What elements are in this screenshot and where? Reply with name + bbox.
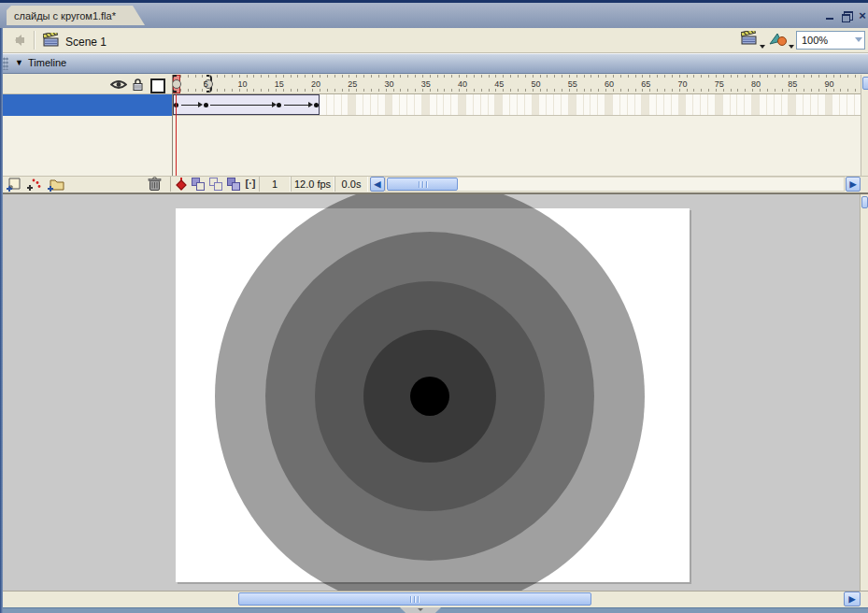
center-frame-button[interactable]: [176, 177, 187, 192]
frame-cell[interactable]: [775, 94, 782, 115]
insert-layer-folder-button[interactable]: [47, 177, 64, 192]
frame-cell[interactable]: [363, 94, 371, 115]
edit-multiple-frames-button[interactable]: [226, 177, 242, 192]
timeline-vertical-scrollbar[interactable]: [861, 75, 868, 176]
insert-layer-button[interactable]: [6, 177, 22, 192]
onion-skin-outlines-button[interactable]: [208, 177, 224, 192]
frame-cell[interactable]: [525, 94, 533, 115]
frame-cell[interactable]: [693, 94, 701, 115]
frame-ruler[interactable]: 51015202530354045505560657075808590: [173, 75, 861, 94]
frame-cell[interactable]: [657, 94, 664, 115]
frame-cell[interactable]: [635, 94, 643, 115]
frame-cell[interactable]: [518, 94, 525, 115]
frame-cell[interactable]: [804, 94, 811, 115]
frame-cell[interactable]: [554, 94, 562, 115]
stage-scroll-right-button[interactable]: ▶: [844, 592, 861, 606]
onion-skin-button[interactable]: [191, 177, 206, 192]
frame-cell[interactable]: [687, 94, 694, 115]
timeline-scroll-right-button[interactable]: ▶: [846, 177, 861, 192]
frame-cell[interactable]: [481, 94, 489, 115]
frame-cell[interactable]: [415, 94, 422, 115]
frame-cell[interactable]: [826, 94, 833, 115]
frame-cell[interactable]: [569, 94, 576, 115]
frame-cell[interactable]: [466, 94, 474, 115]
frame-cell[interactable]: [386, 94, 393, 115]
timeline-collapse-icon[interactable]: ▼: [15, 58, 23, 67]
zoom-dropdown-icon[interactable]: [855, 37, 862, 46]
frame-cell[interactable]: [789, 94, 796, 115]
stage-hscroll-thumb[interactable]: [238, 592, 591, 606]
frame-cell[interactable]: [833, 94, 841, 115]
frame-cell[interactable]: [562, 94, 569, 115]
frame-cell[interactable]: [613, 94, 620, 115]
frame-cell[interactable]: [533, 94, 540, 115]
frame-cell[interactable]: [334, 94, 342, 115]
delete-layer-button[interactable]: [148, 177, 164, 192]
frame-cell[interactable]: [393, 94, 401, 115]
close-button[interactable]: ×: [856, 10, 868, 21]
frame-cell[interactable]: [767, 94, 775, 115]
frame-cell[interactable]: [356, 94, 363, 115]
stage-vscroll-up-button[interactable]: [861, 196, 868, 208]
frame-cell[interactable]: [598, 94, 605, 115]
timeline-vscroll-up-button[interactable]: [862, 77, 868, 90]
frame-rate-indicator[interactable]: 12.0 fps: [291, 177, 334, 192]
frame-cell[interactable]: [796, 94, 804, 115]
frame-cell[interactable]: [811, 94, 818, 115]
back-button[interactable]: [9, 35, 26, 46]
frame-cell[interactable]: [503, 94, 510, 115]
frame-cell[interactable]: [782, 94, 790, 115]
minimize-button[interactable]: [824, 10, 837, 21]
edit-symbols-button[interactable]: [768, 31, 794, 51]
layer-row-circle[interactable]: circle: [0, 94, 172, 116]
frame-cell[interactable]: [327, 94, 334, 115]
frame-cell[interactable]: [451, 94, 459, 115]
frame-cell[interactable]: [474, 94, 481, 115]
modify-onion-markers-button[interactable]: [·]: [243, 177, 258, 192]
add-motion-guide-button[interactable]: [26, 177, 43, 192]
frame-cell[interactable]: [430, 94, 437, 115]
keyframe-marker[interactable]: [314, 103, 319, 107]
timeline-panel-titlebar[interactable]: [0, 53, 868, 74]
frame-cell[interactable]: [701, 94, 708, 115]
frame-cell[interactable]: [679, 94, 687, 115]
frame-cell[interactable]: [342, 94, 349, 115]
frame-cell[interactable]: [444, 94, 451, 115]
timeline-panel-gripper[interactable]: [3, 57, 8, 70]
zoom-combobox[interactable]: 100%: [796, 31, 865, 50]
frame-cell[interactable]: [400, 94, 407, 115]
frame-cell[interactable]: [422, 94, 430, 115]
frame-cell[interactable]: [495, 94, 503, 115]
frame-cell[interactable]: [591, 94, 598, 115]
frame-cell[interactable]: [818, 94, 826, 115]
frame-cell[interactable]: [642, 94, 649, 115]
edit-scene-button[interactable]: [741, 31, 765, 51]
frame-cell[interactable]: [437, 94, 445, 115]
keyframe-marker[interactable]: [204, 103, 208, 107]
stage-vertical-scrollbar[interactable]: [860, 194, 868, 591]
frame-cell[interactable]: [628, 94, 635, 115]
frame-cell[interactable]: [752, 94, 760, 115]
frame-cell[interactable]: [320, 94, 327, 115]
frame-cell[interactable]: [731, 94, 738, 115]
frame-cell[interactable]: [840, 94, 847, 115]
frame-cell[interactable]: [708, 94, 716, 115]
layer-frames-row[interactable]: [173, 94, 861, 116]
document-tab[interactable]: слайды с кругом1.fla*: [7, 6, 145, 25]
frame-cell[interactable]: [649, 94, 657, 115]
frame-cell[interactable]: [620, 94, 628, 115]
frame-cell[interactable]: [672, 94, 679, 115]
frame-cell[interactable]: [407, 94, 415, 115]
frame-cell[interactable]: [547, 94, 554, 115]
frame-cell[interactable]: [605, 94, 613, 115]
frame-cell[interactable]: [584, 94, 591, 115]
frame-cell[interactable]: [664, 94, 672, 115]
timeline-scroll-left-button[interactable]: ◀: [370, 177, 385, 192]
show-outlines-icon[interactable]: [150, 78, 165, 93]
frame-cell[interactable]: [847, 94, 855, 115]
show-hide-layers-icon[interactable]: [110, 79, 127, 92]
frame-cell[interactable]: [459, 94, 466, 115]
pasteboard[interactable]: [0, 194, 868, 591]
frame-cell[interactable]: [510, 94, 518, 115]
frame-cell[interactable]: [378, 94, 386, 115]
